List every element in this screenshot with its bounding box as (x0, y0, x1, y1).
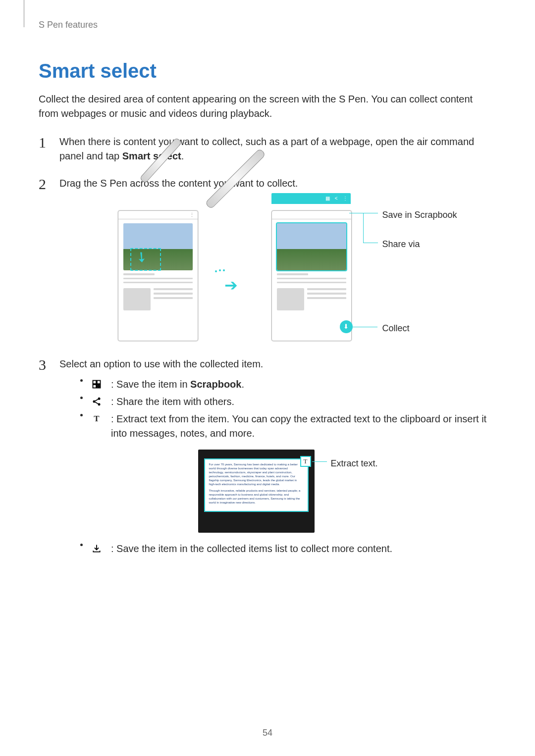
svg-rect-5 (97, 387, 99, 388)
svg-point-7 (98, 398, 101, 400)
figure-smart-select: ⋮ ➘ ➔ ▦ < ⋮ (118, 196, 435, 344)
more-icon: ⋮ (343, 195, 348, 202)
phone-after (271, 210, 352, 341)
label-collect: Collect (382, 322, 410, 335)
phone-before: ⋮ (118, 210, 198, 341)
page-number: 54 (0, 728, 535, 738)
scrapbook-icon (91, 379, 102, 390)
arrow-right-icon: ➔ (224, 274, 238, 297)
figure-extract-text: For over 70 years, Samsung has been dedi… (198, 450, 406, 534)
collect-fab-icon: ⬇ (340, 320, 353, 333)
screenshot-dark: For over 70 years, Samsung has been dedi… (198, 450, 315, 533)
svg-point-9 (98, 403, 101, 405)
step-3: 3 Select an option to use with the colle… (39, 357, 493, 556)
bullet-extract-text: T : Extract text from the item. You can … (80, 412, 493, 534)
share-icon: < (335, 195, 338, 202)
svg-point-8 (93, 401, 96, 403)
bullet-scrapbook: : Save the item in Scrapbook. (80, 377, 493, 392)
scrapbook-icon: ▦ (325, 195, 330, 202)
label-share-via: Share via (382, 238, 420, 251)
extract-text-button-icon: T (300, 456, 311, 467)
step-2: 2 Drag the S Pen across the content you … (39, 176, 493, 344)
capture-toolbar: ▦ < ⋮ (271, 193, 351, 204)
bullet-collect-more: : Save the item in the collected items l… (80, 542, 493, 556)
share-icon (91, 396, 102, 407)
svg-rect-6 (99, 387, 101, 388)
svg-rect-3 (97, 385, 99, 386)
page-title: Smart select (39, 60, 493, 82)
svg-rect-0 (93, 381, 97, 384)
svg-rect-4 (99, 385, 101, 386)
svg-rect-1 (97, 381, 101, 384)
svg-rect-2 (93, 385, 97, 388)
step-number-1: 1 (39, 132, 46, 153)
bullet-share: : Share the item with others. (80, 395, 493, 409)
label-save-scrapbook: Save in Scrapbook (382, 208, 457, 221)
step-1: 1 When there is content you want to coll… (39, 135, 493, 163)
step-number-2: 2 (39, 173, 46, 195)
label-extract-text: Extract text. (331, 457, 378, 470)
step-number-3: 3 (39, 354, 46, 376)
text-icon: T (91, 413, 102, 424)
intro-paragraph: Collect the desired area of content appe… (39, 92, 493, 121)
page-header-breadcrumb: S Pen features (39, 20, 493, 30)
motion-trail-icon (215, 270, 217, 272)
text-clip: For over 70 years, Samsung has been dedi… (204, 458, 309, 512)
download-icon (91, 543, 102, 554)
